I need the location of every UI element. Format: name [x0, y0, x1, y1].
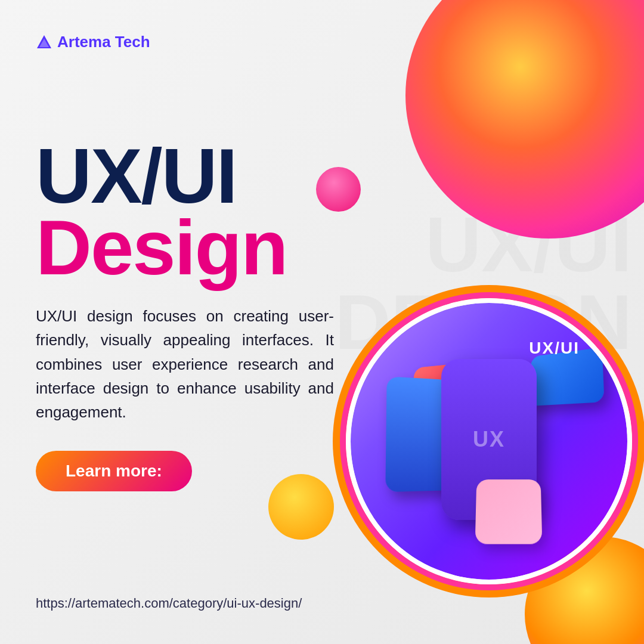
learn-more-button[interactable]: Learn more:: [36, 451, 192, 491]
description-text: UX/UI design focuses on creating user-fr…: [36, 304, 334, 424]
mockup-scene: UX/UI: [351, 303, 627, 580]
mockup-label: UX/UI: [529, 339, 580, 358]
card-pink-bottom-mockup: [475, 479, 543, 544]
ux-ui-image-circle: UX/UI: [346, 298, 632, 584]
page-container: UX/UI DESIGN UX/UI UX/UI Artema Tech: [0, 0, 644, 644]
title-design: Design: [36, 209, 352, 286]
content-area: UX/UI Design UX/UI design focuses on cre…: [36, 137, 352, 491]
blob-top-right: [405, 0, 644, 239]
image-circle-inner: UX/UI: [351, 303, 627, 580]
brand-name: Artema Tech: [57, 33, 150, 51]
logo-icon: [36, 34, 52, 51]
title-ux-ui: UX/UI: [36, 137, 352, 215]
url-link[interactable]: https://artematech.com/category/ui-ux-de…: [36, 596, 302, 611]
logo-container: Artema Tech: [36, 33, 150, 51]
